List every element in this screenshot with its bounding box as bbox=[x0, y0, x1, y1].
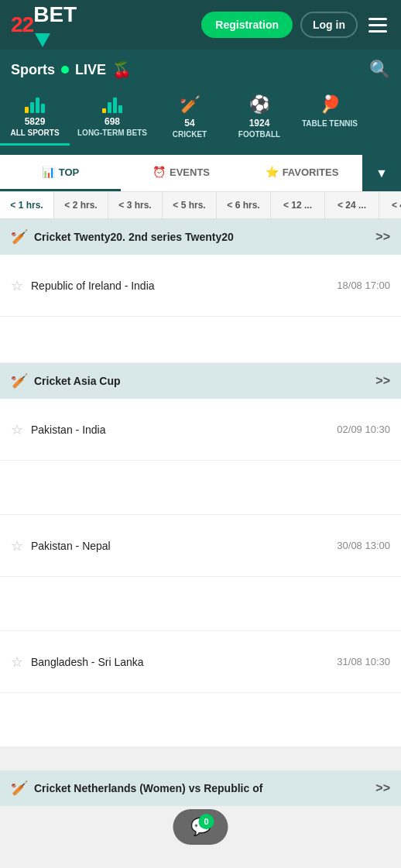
match-row: ☆ Republic of Ireland - India 18/08 17:0… bbox=[0, 255, 401, 317]
section-twenty20-expand: >> bbox=[375, 230, 390, 244]
section-netherlands-title: 🏏 Cricket Netherlands (Women) vs Republi… bbox=[11, 780, 262, 797]
football-label: FOOTBALL bbox=[238, 130, 280, 139]
match-time: 02/09 10:30 bbox=[337, 424, 390, 435]
tab-events-label: EVENTS bbox=[170, 166, 210, 178]
section-netherlands-expand: >> bbox=[375, 781, 390, 795]
match-name: Republic of Ireland - India bbox=[31, 280, 155, 292]
category-football[interactable]: ⚽ 1924 FOOTBALL bbox=[224, 90, 294, 146]
logo-number: 22 bbox=[11, 12, 33, 37]
match-left: ☆ Pakistan - India bbox=[11, 421, 106, 438]
match-row: ☆ Pakistan - India 02/09 10:30 bbox=[0, 399, 401, 461]
section-asiacup-expand: >> bbox=[375, 374, 390, 388]
section-twenty20-title: 🏏 Cricket Twenty20. 2nd series Twenty20 bbox=[11, 228, 234, 245]
tab-events[interactable]: ⏰ EVENTS bbox=[121, 155, 242, 191]
sports-label: Sports bbox=[11, 62, 55, 78]
tab-top-icon: 📊 bbox=[42, 166, 55, 178]
match-odds-row bbox=[0, 317, 401, 363]
time-filter-6hr[interactable]: < 6 hrs. bbox=[217, 192, 271, 218]
match-left: ☆ Bangladesh - Sri Lanka bbox=[11, 654, 144, 671]
cherry-icon: 🍒 bbox=[112, 60, 132, 79]
header-actions: Registration Log in bbox=[201, 12, 390, 38]
tab-top-label: TOP bbox=[59, 166, 80, 178]
time-filter-48hr[interactable]: < 48 ... bbox=[379, 192, 401, 218]
time-filters: < 1 hrs. < 2 hrs. < 3 hrs. < 5 hrs. < 6 … bbox=[0, 192, 401, 219]
match-time: 18/08 17:00 bbox=[337, 280, 390, 291]
match-name: Pakistan - India bbox=[31, 424, 106, 436]
match-odds-row bbox=[0, 461, 401, 515]
cricket-count: 54 bbox=[184, 118, 194, 129]
time-filter-1hr[interactable]: < 1 hrs. bbox=[0, 192, 54, 218]
time-filter-3hr[interactable]: < 3 hrs. bbox=[108, 192, 163, 218]
logo-triangle bbox=[35, 33, 50, 47]
section-twenty20-header[interactable]: 🏏 Cricket Twenty20. 2nd series Twenty20 … bbox=[0, 219, 401, 255]
main-tabs: 📊 TOP ⏰ EVENTS ⭐ FAVORITES ▼ bbox=[0, 155, 401, 192]
favorite-star-icon[interactable]: ☆ bbox=[11, 277, 23, 294]
spacer bbox=[0, 747, 401, 770]
search-button[interactable]: 🔍 bbox=[369, 60, 390, 80]
match-time: 30/08 13:00 bbox=[337, 540, 390, 551]
all-sports-label: ALL SPORTS bbox=[10, 129, 59, 137]
category-all-sports[interactable]: 5829 ALL SPORTS bbox=[0, 90, 70, 146]
section-twenty20-title-text: Cricket Twenty20. 2nd series Twenty20 bbox=[34, 231, 234, 243]
match-name: Bangladesh - Sri Lanka bbox=[31, 656, 144, 668]
tab-favorites[interactable]: ⭐ FAVORITES bbox=[242, 155, 362, 191]
longterm-bar-chart bbox=[102, 94, 122, 113]
match-time: 31/08 10:30 bbox=[337, 656, 390, 667]
football-count: 1924 bbox=[249, 118, 270, 129]
favorite-star-icon[interactable]: ☆ bbox=[11, 537, 23, 554]
time-filter-24hr[interactable]: < 24 ... bbox=[325, 192, 379, 218]
favorite-star-icon[interactable]: ☆ bbox=[11, 654, 23, 671]
live-dot bbox=[61, 66, 69, 74]
section-netherlands-icon: 🏏 bbox=[11, 780, 28, 797]
all-sports-bar-chart bbox=[25, 94, 45, 113]
live-label: LIVE bbox=[75, 62, 106, 78]
tab-events-icon: ⏰ bbox=[153, 166, 166, 178]
cricket-icon: 🏏 bbox=[180, 94, 200, 115]
logo-bet: BET bbox=[33, 2, 77, 27]
sports-bar: Sports LIVE 🍒 🔍 bbox=[0, 50, 401, 90]
logo: 22 BET bbox=[11, 2, 77, 47]
chat-icon: 💬 0 bbox=[190, 817, 211, 837]
section-asiacup-icon: 🏏 bbox=[11, 372, 28, 389]
longterm-count: 698 bbox=[105, 116, 120, 127]
header: 22 BET Registration Log in bbox=[0, 0, 401, 50]
tabletennis-label: TABLE TENNIS bbox=[302, 119, 358, 128]
tab-favorites-icon: ⭐ bbox=[266, 166, 279, 178]
all-sports-count: 5829 bbox=[25, 116, 46, 127]
longterm-label: LONG-TERM BETS bbox=[77, 129, 147, 137]
match-left: ☆ Republic of Ireland - India bbox=[11, 277, 155, 294]
menu-button[interactable] bbox=[365, 15, 390, 36]
match-odds-row bbox=[0, 577, 401, 631]
sports-live-label: Sports LIVE 🍒 bbox=[11, 60, 132, 79]
category-longterm-bets[interactable]: 698 LONG-TERM BETS bbox=[70, 90, 155, 146]
filter-icon: ▼ bbox=[375, 166, 388, 180]
tab-top[interactable]: 📊 TOP bbox=[0, 155, 121, 191]
match-row: ☆ Pakistan - Nepal 30/08 13:00 bbox=[0, 515, 401, 577]
login-button[interactable]: Log in bbox=[300, 12, 358, 38]
section-asiacup-header[interactable]: 🏏 Cricket Asia Cup >> bbox=[0, 363, 401, 399]
section-twenty20-icon: 🏏 bbox=[11, 228, 28, 245]
section-netherlands-title-text: Cricket Netherlands (Women) vs Republic … bbox=[34, 782, 262, 794]
chat-badge: 0 bbox=[199, 814, 214, 829]
time-filter-5hr[interactable]: < 5 hrs. bbox=[163, 192, 217, 218]
football-icon: ⚽ bbox=[249, 94, 270, 115]
favorite-star-icon[interactable]: ☆ bbox=[11, 421, 23, 438]
cricket-label: CRICKET bbox=[173, 130, 207, 139]
tab-favorites-label: FAVORITES bbox=[283, 166, 339, 178]
time-filter-12hr[interactable]: < 12 ... bbox=[271, 192, 325, 218]
match-row: ☆ Bangladesh - Sri Lanka 31/08 10:30 bbox=[0, 631, 401, 693]
section-asiacup-title: 🏏 Cricket Asia Cup bbox=[11, 372, 121, 389]
tabletennis-icon: 🏓 bbox=[320, 94, 341, 115]
time-filter-2hr[interactable]: < 2 hrs. bbox=[54, 192, 108, 218]
sport-categories: 5829 ALL SPORTS 698 LONG-TERM BETS 🏏 54 … bbox=[0, 90, 401, 155]
category-tabletennis[interactable]: 🏓 TABLE TENNIS bbox=[294, 90, 365, 146]
match-odds-row bbox=[0, 693, 401, 747]
match-left: ☆ Pakistan - Nepal bbox=[11, 537, 111, 554]
section-netherlands-header[interactable]: 🏏 Cricket Netherlands (Women) vs Republi… bbox=[0, 770, 401, 806]
chat-button[interactable]: 💬 0 bbox=[173, 809, 228, 845]
section-asiacup-title-text: Cricket Asia Cup bbox=[34, 375, 121, 387]
match-name: Pakistan - Nepal bbox=[31, 540, 111, 552]
register-button[interactable]: Registration bbox=[201, 12, 293, 38]
filter-button[interactable]: ▼ bbox=[362, 155, 401, 191]
category-cricket[interactable]: 🏏 54 CRICKET bbox=[155, 90, 224, 146]
